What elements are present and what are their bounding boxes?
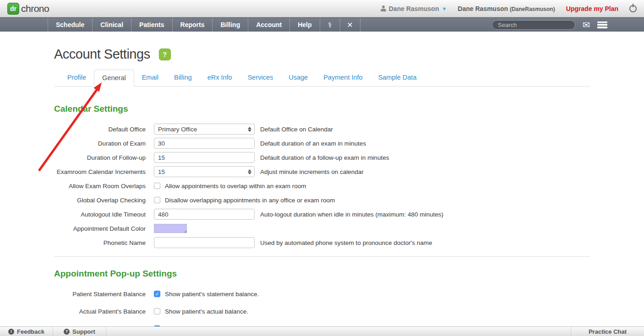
- messages-envelope-icon[interactable]: ✉: [583, 21, 590, 29]
- field-label: Examroom Calendar Increments: [54, 168, 146, 175]
- support-label: Support: [72, 328, 95, 335]
- chevron-down-icon: ▼: [442, 6, 447, 11]
- select-value: Primary Office: [158, 126, 197, 133]
- user-dropdown-name: Dane Rasmuson: [389, 5, 439, 12]
- user-dropdown[interactable]: Dane Rasmuson ▼: [381, 5, 447, 12]
- tab-email[interactable]: Email: [134, 70, 166, 87]
- field-label: Duration of Exam: [54, 140, 146, 147]
- field-label: Patient Statement Balance: [54, 291, 146, 298]
- tab-erx-info[interactable]: eRx Info: [200, 70, 240, 87]
- duration-exam-input[interactable]: [154, 138, 255, 149]
- page-title: Account Settings: [54, 47, 150, 62]
- practice-chat-label: Practice Chat: [589, 328, 627, 335]
- footer-bar: ! Feedback ? Support Practice Chat: [0, 326, 644, 336]
- field-help: Auto-logout duration when idle in minute…: [260, 211, 443, 218]
- field-label: Appointment Default Color: [54, 225, 146, 232]
- account-settings-page: Account Settings ? Profile General Email…: [0, 47, 644, 336]
- search-input[interactable]: [492, 20, 575, 30]
- support-icon: ?: [64, 329, 70, 335]
- tab-usage[interactable]: Usage: [281, 70, 316, 87]
- help-button[interactable]: ?: [159, 49, 171, 60]
- actual-balance-row: Actual Patient's Balance Show patient's …: [54, 306, 590, 317]
- exam-room-overlaps-row: Allow Exam Room Overlaps Allow appointme…: [54, 180, 590, 191]
- tab-payment-info[interactable]: Payment Info: [316, 70, 370, 87]
- drchrono-logo-text: chrono: [21, 3, 49, 14]
- main-nav: Schedule Clinical Patients Reports Billi…: [0, 17, 644, 32]
- nav-item-schedule[interactable]: Schedule: [48, 18, 93, 32]
- top-bar: dr chrono Dane Rasmuson ▼ Dane Rasmuson …: [0, 0, 644, 17]
- autologout-row: Autologout Idle Timeout Auto-logout dura…: [54, 209, 590, 220]
- field-label: Autologout Idle Timeout: [54, 211, 146, 218]
- drchrono-logo[interactable]: dr chrono: [7, 3, 49, 15]
- field-help: Default duration of an exam in minutes: [260, 140, 366, 147]
- feedback-icon: !: [8, 329, 14, 335]
- field-label: Global Overlap Checking: [54, 197, 146, 204]
- nav-spacer: [0, 18, 48, 32]
- nav-item-billing[interactable]: Billing: [213, 18, 248, 32]
- settings-tabs: Profile General Email Billing eRx Info S…: [54, 70, 590, 87]
- field-help: Default duration of a follow-up exam in …: [260, 154, 389, 161]
- calendar-settings-section: Calendar Settings Default Office Primary…: [54, 104, 590, 257]
- global-overlap-row: Global Overlap Checking Disallow overlap…: [54, 195, 590, 206]
- checkbox-label: Disallow overlapping appointments in any…: [165, 197, 335, 204]
- default-office-select[interactable]: Primary Office: [154, 124, 255, 135]
- popup-settings-heading: Appointment Pop-up Settings: [54, 269, 590, 279]
- hamburger-menu-icon[interactable]: [597, 22, 607, 28]
- section-divider: [54, 256, 590, 257]
- logout-power-icon[interactable]: [629, 5, 637, 12]
- upgrade-plan-link[interactable]: Upgrade my Plan: [566, 5, 618, 12]
- exam-room-overlaps-checkbox[interactable]: [154, 183, 160, 189]
- field-label: Actual Patient's Balance: [54, 308, 146, 315]
- field-label: Default Office: [54, 126, 146, 133]
- select-value: 15: [158, 168, 165, 175]
- practice-chat-button[interactable]: Practice Chat: [571, 327, 644, 336]
- statement-balance-checkbox[interactable]: [154, 291, 160, 297]
- examroom-increments-select[interactable]: 15: [154, 166, 255, 177]
- feedback-button[interactable]: ! Feedback: [0, 327, 53, 336]
- person-icon: [381, 5, 386, 11]
- appointment-color-row: Appointment Default Color: [54, 223, 590, 234]
- caduceus-icon[interactable]: ⚕: [320, 18, 340, 32]
- stepper-arrows-icon: [248, 127, 251, 132]
- nav-item-clinical[interactable]: Clinical: [93, 18, 131, 32]
- autologout-timeout-input[interactable]: [154, 209, 255, 220]
- nav-item-help[interactable]: Help: [290, 18, 320, 32]
- field-label: Phonetic Name: [54, 239, 146, 246]
- field-help: Default Office on Calendar: [260, 126, 333, 133]
- calendar-settings-heading: Calendar Settings: [54, 104, 590, 114]
- tab-sample-data[interactable]: Sample Data: [371, 70, 425, 87]
- duration-followup-input[interactable]: [154, 152, 255, 163]
- duration-followup-row: Duration of Follow-up Default duration o…: [54, 152, 590, 163]
- tab-services[interactable]: Services: [240, 70, 281, 87]
- stepper-arrows-icon: [248, 169, 251, 174]
- default-office-row: Default Office Primary Office Default Of…: [54, 124, 590, 135]
- field-help: Used by automated phone system to pronou…: [260, 239, 432, 246]
- nav-item-account[interactable]: Account: [248, 18, 290, 32]
- field-label: Duration of Follow-up: [54, 154, 146, 161]
- global-overlap-checkbox[interactable]: [154, 197, 160, 203]
- field-help: Adjust minute increments on calendar: [260, 168, 364, 175]
- field-label: Allow Exam Room Overlaps: [54, 183, 146, 190]
- support-button[interactable]: ? Support: [53, 327, 106, 336]
- tab-profile[interactable]: Profile: [60, 70, 94, 87]
- nav-item-reports[interactable]: Reports: [173, 18, 213, 32]
- popup-settings-section: Appointment Pop-up Settings Patient Stat…: [54, 269, 590, 336]
- checkbox-label: Show patient's statement balance.: [165, 291, 259, 298]
- examroom-increments-row: Examroom Calendar Increments 15 Adjust m…: [54, 166, 590, 177]
- checkbox-label: Allow appointments to overlap within an …: [165, 183, 306, 190]
- checkbox-label: Show patient's actual balance.: [165, 308, 248, 315]
- appointment-color-swatch[interactable]: [154, 224, 187, 233]
- onpatient-x-icon[interactable]: ✕: [340, 18, 360, 32]
- user-full-name: Dane Rasmuson (DaneRasmuson): [458, 5, 555, 12]
- tab-general[interactable]: General: [94, 70, 134, 87]
- feedback-label: Feedback: [17, 328, 44, 335]
- statement-balance-row: Patient Statement Balance Show patient's…: [54, 288, 590, 299]
- tab-billing[interactable]: Billing: [166, 70, 200, 87]
- user-handle: (DaneRasmuson): [510, 6, 555, 12]
- phonetic-name-row: Phonetic Name Used by automated phone sy…: [54, 237, 590, 248]
- phonetic-name-input[interactable]: [154, 237, 255, 248]
- actual-balance-checkbox[interactable]: [154, 308, 160, 314]
- duration-exam-row: Duration of Exam Default duration of an …: [54, 138, 590, 149]
- nav-item-patients[interactable]: Patients: [131, 18, 172, 32]
- drchrono-logo-icon: dr: [7, 3, 19, 15]
